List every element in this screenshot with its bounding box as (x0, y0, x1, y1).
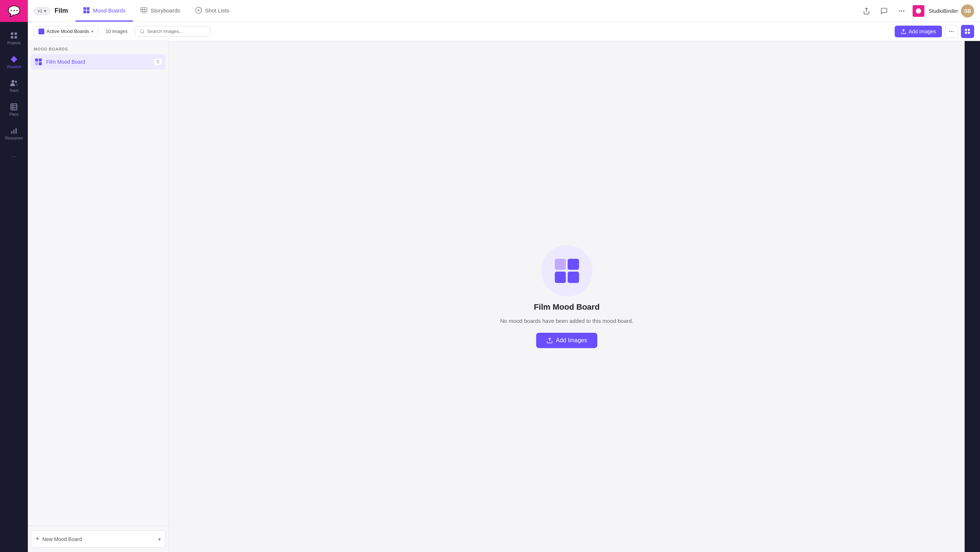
svg-point-35 (949, 31, 950, 32)
search-input[interactable] (147, 29, 205, 34)
mood-board-item-icon (34, 58, 43, 66)
share-button[interactable] (860, 5, 873, 17)
svg-rect-45 (39, 62, 42, 65)
version-label: v1 (38, 8, 43, 14)
top-nav: v1 ▾ Film Mood Boards (28, 0, 980, 22)
sub-toolbar: Active Mood Boards ▾ 10 images Add Image… (28, 22, 980, 41)
tab-mood-boards[interactable]: Mood Boards (75, 0, 133, 22)
right-panel (965, 41, 980, 552)
svg-rect-1 (15, 33, 17, 35)
sidebar-item-team-label: Team (10, 89, 18, 93)
svg-rect-3 (15, 36, 17, 38)
list-item[interactable]: Film Mood Board 0 (31, 54, 165, 70)
brand-logo-icon (915, 8, 922, 14)
tab-shot-lists-label: Shot Lists (205, 7, 229, 14)
shot-lists-tab-icon (195, 6, 202, 14)
avatar: SB (961, 5, 974, 17)
mood-boards-mini-icon (38, 29, 44, 35)
svg-point-36 (951, 31, 952, 32)
team-icon (10, 79, 18, 87)
active-boards-button[interactable]: Active Mood Boards ▾ (34, 26, 98, 37)
sidebar-item-resources[interactable]: Resources (0, 123, 28, 144)
new-mood-board-button[interactable]: + New Mood Board ▾ (31, 530, 165, 547)
svg-rect-43 (39, 59, 42, 62)
svg-point-30 (903, 10, 904, 11)
svg-rect-17 (87, 11, 90, 14)
tab-shot-lists[interactable]: Shot Lists (188, 0, 237, 22)
new-mood-board-chevron: ▾ (158, 536, 161, 542)
more-dots-icon (948, 29, 955, 35)
svg-rect-44 (35, 62, 38, 65)
svg-rect-2 (11, 36, 13, 38)
svg-rect-38 (965, 29, 967, 31)
add-images-label: Add Images (908, 29, 936, 35)
svg-rect-7 (11, 104, 17, 110)
empty-state-description: No mood boards have been added to this m… (500, 318, 633, 324)
version-chevron: ▾ (44, 8, 46, 14)
svg-rect-12 (14, 130, 15, 133)
grid-view-button[interactable] (961, 25, 974, 38)
svg-rect-22 (142, 13, 143, 14)
sidebar-item-plans[interactable]: Plans (0, 99, 28, 120)
sidebar-item-projects-label: Projects (7, 41, 21, 45)
svg-rect-11 (11, 132, 13, 133)
new-mood-board-label: New Mood Board (43, 536, 82, 542)
brand-icon (913, 5, 924, 17)
svg-rect-16 (83, 11, 86, 14)
empty-state-add-images-label: Add Images (556, 337, 587, 344)
sidebar-section-label: MOOD BOARDS (28, 41, 169, 54)
app-logo[interactable]: 💬 (0, 0, 28, 22)
more-horizontal-icon (898, 7, 905, 15)
grid-cell-3 (555, 271, 566, 283)
storyboards-tab-icon (140, 6, 148, 14)
svg-rect-39 (968, 29, 970, 31)
more-options-button[interactable] (945, 25, 958, 38)
grid-icon (10, 32, 18, 40)
svg-point-29 (901, 10, 902, 11)
svg-point-32 (140, 29, 143, 33)
main-panel: Film Mood Board No mood boards have been… (169, 41, 965, 552)
sidebar-item-visualize[interactable]: Visualize (0, 52, 28, 73)
plus-icon: + (35, 535, 40, 543)
svg-point-31 (916, 8, 921, 13)
comment-button[interactable] (877, 5, 891, 17)
tab-storyboards[interactable]: Storyboards (133, 0, 188, 22)
search-bar[interactable] (135, 26, 210, 36)
mood-board-item-label: Film Mood Board (46, 59, 150, 65)
plans-icon (10, 103, 18, 111)
sidebar-item-projects[interactable]: Projects (0, 28, 28, 49)
svg-line-33 (143, 32, 144, 33)
tab-storyboards-label: Storyboards (151, 7, 180, 14)
active-boards-chevron: ▾ (91, 29, 93, 34)
grid-view-icon (965, 29, 970, 35)
image-count: 10 images (103, 29, 130, 34)
svg-rect-13 (16, 128, 17, 134)
project-name: Film (54, 7, 68, 15)
svg-point-26 (197, 10, 199, 11)
comment-icon (880, 7, 888, 15)
empty-state-add-images-button[interactable]: Add Images (536, 333, 597, 348)
svg-point-28 (899, 10, 900, 11)
grid-cell-2 (568, 259, 579, 270)
sidebar-item-plans-label: Plans (9, 113, 18, 116)
empty-state: Film Mood Board No mood boards have been… (500, 245, 633, 348)
svg-rect-42 (35, 59, 38, 62)
user-info[interactable]: StudioBinder SB (929, 5, 974, 17)
icon-bar: 💬 Projects Visualize (0, 0, 28, 552)
svg-rect-15 (87, 7, 90, 10)
top-nav-right: StudioBinder SB (860, 5, 974, 17)
svg-rect-0 (11, 33, 13, 35)
svg-marker-4 (11, 56, 17, 63)
version-badge[interactable]: v1 ▾ (34, 7, 50, 15)
mood-board-grid-illustration (555, 259, 579, 283)
sub-toolbar-right: Add Images (895, 25, 974, 38)
more-icon[interactable]: ... (6, 147, 21, 163)
add-images-button[interactable]: Add Images (895, 25, 942, 37)
sidebar-items: Film Mood Board 0 (28, 54, 169, 526)
active-boards-label: Active Mood Boards (46, 29, 89, 34)
sidebar-item-team[interactable]: Team (0, 75, 28, 96)
svg-rect-40 (965, 32, 967, 34)
nav-more-button[interactable] (895, 5, 908, 17)
tab-mood-boards-label: Mood Boards (93, 7, 126, 14)
diamond-icon (10, 55, 18, 63)
